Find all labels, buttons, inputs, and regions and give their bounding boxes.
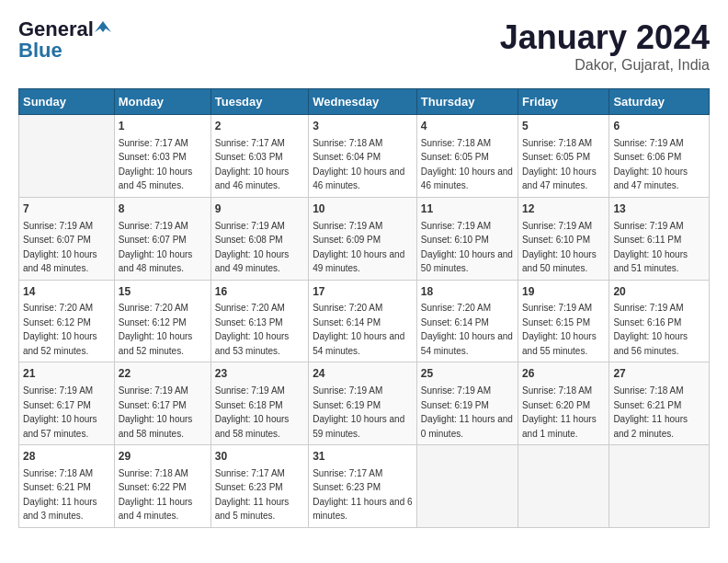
day-detail: Sunrise: 7:17 AMSunset: 6:23 PMDaylight:… — [313, 468, 412, 522]
calendar-cell: 10Sunrise: 7:19 AMSunset: 6:09 PMDayligh… — [309, 197, 417, 280]
day-number: 17 — [313, 284, 413, 300]
day-header-monday: Monday — [114, 89, 210, 115]
day-number: 22 — [119, 366, 207, 382]
day-number: 6 — [613, 119, 705, 134]
day-number: 8 — [119, 201, 207, 217]
day-number: 20 — [613, 284, 705, 300]
day-detail: Sunrise: 7:17 AMSunset: 6:03 PMDaylight:… — [215, 138, 290, 191]
calendar-cell: 14Sunrise: 7:20 AMSunset: 6:12 PMDayligh… — [19, 280, 115, 362]
day-detail: Sunrise: 7:19 AMSunset: 6:17 PMDaylight:… — [23, 385, 97, 439]
day-header-wednesday: Wednesday — [309, 89, 417, 115]
calendar-cell: 12Sunrise: 7:19 AMSunset: 6:10 PMDayligh… — [518, 197, 609, 280]
logo-bird-icon — [95, 19, 111, 36]
calendar-cell: 20Sunrise: 7:19 AMSunset: 6:16 PMDayligh… — [609, 280, 710, 362]
day-header-sunday: Sunday — [19, 89, 115, 115]
calendar-cell: 18Sunrise: 7:20 AMSunset: 6:14 PMDayligh… — [416, 280, 518, 362]
day-detail: Sunrise: 7:19 AMSunset: 6:07 PMDaylight:… — [119, 221, 193, 274]
calendar-cell: 31Sunrise: 7:17 AMSunset: 6:23 PMDayligh… — [309, 445, 417, 528]
day-number: 26 — [522, 366, 605, 382]
calendar-cell: 23Sunrise: 7:19 AMSunset: 6:18 PMDayligh… — [210, 362, 308, 445]
location-subtitle: Dakor, Gujarat, India — [500, 57, 710, 74]
day-detail: Sunrise: 7:19 AMSunset: 6:16 PMDaylight:… — [613, 303, 688, 356]
day-number: 14 — [23, 284, 110, 300]
month-title: January 2024 — [500, 18, 710, 57]
calendar-cell — [518, 445, 609, 528]
calendar-cell — [609, 445, 710, 528]
day-number: 3 — [313, 119, 413, 134]
day-number: 23 — [215, 366, 304, 382]
day-header-saturday: Saturday — [609, 89, 710, 115]
calendar-cell: 19Sunrise: 7:19 AMSunset: 6:15 PMDayligh… — [518, 280, 609, 362]
calendar-cell: 9Sunrise: 7:19 AMSunset: 6:08 PMDaylight… — [210, 197, 308, 280]
calendar-week-row: 21Sunrise: 7:19 AMSunset: 6:17 PMDayligh… — [19, 362, 710, 445]
day-number: 12 — [522, 201, 605, 217]
calendar-table: SundayMondayTuesdayWednesdayThursdayFrid… — [18, 88, 710, 528]
day-detail: Sunrise: 7:18 AMSunset: 6:21 PMDaylight:… — [23, 468, 97, 522]
calendar-cell: 6Sunrise: 7:19 AMSunset: 6:06 PMDaylight… — [609, 115, 710, 198]
calendar-cell: 22Sunrise: 7:19 AMSunset: 6:17 PMDayligh… — [114, 362, 210, 445]
day-number: 10 — [313, 201, 413, 217]
day-detail: Sunrise: 7:19 AMSunset: 6:17 PMDaylight:… — [119, 385, 193, 439]
calendar-cell: 21Sunrise: 7:19 AMSunset: 6:17 PMDayligh… — [19, 362, 115, 445]
day-header-friday: Friday — [518, 89, 609, 115]
day-detail: Sunrise: 7:17 AMSunset: 6:03 PMDaylight:… — [119, 138, 193, 191]
calendar-cell: 11Sunrise: 7:19 AMSunset: 6:10 PMDayligh… — [416, 197, 518, 280]
day-detail: Sunrise: 7:18 AMSunset: 6:22 PMDaylight:… — [119, 468, 193, 522]
day-number: 11 — [421, 201, 514, 217]
day-detail: Sunrise: 7:20 AMSunset: 6:14 PMDaylight:… — [313, 303, 404, 356]
day-detail: Sunrise: 7:19 AMSunset: 6:09 PMDaylight:… — [313, 221, 404, 274]
calendar-cell: 25Sunrise: 7:19 AMSunset: 6:19 PMDayligh… — [416, 362, 518, 445]
calendar-cell: 3Sunrise: 7:18 AMSunset: 6:04 PMDaylight… — [309, 115, 417, 198]
day-detail: Sunrise: 7:19 AMSunset: 6:15 PMDaylight:… — [522, 303, 597, 356]
day-detail: Sunrise: 7:19 AMSunset: 6:11 PMDaylight:… — [613, 221, 688, 274]
day-detail: Sunrise: 7:18 AMSunset: 6:04 PMDaylight:… — [313, 138, 404, 191]
calendar-cell: 2Sunrise: 7:17 AMSunset: 6:03 PMDaylight… — [210, 115, 308, 198]
day-number: 13 — [613, 201, 705, 217]
day-number: 30 — [215, 449, 304, 465]
svg-marker-0 — [95, 21, 111, 32]
calendar-cell: 17Sunrise: 7:20 AMSunset: 6:14 PMDayligh… — [309, 280, 417, 362]
day-number: 25 — [421, 366, 514, 382]
calendar-header-row: SundayMondayTuesdayWednesdayThursdayFrid… — [19, 89, 710, 115]
day-number: 31 — [313, 449, 413, 465]
calendar-cell: 24Sunrise: 7:19 AMSunset: 6:19 PMDayligh… — [309, 362, 417, 445]
calendar-cell: 1Sunrise: 7:17 AMSunset: 6:03 PMDaylight… — [114, 115, 210, 198]
page-header: General Blue January 2024 Dakor, Gujarat… — [18, 18, 710, 74]
calendar-cell: 8Sunrise: 7:19 AMSunset: 6:07 PMDaylight… — [114, 197, 210, 280]
logo: General Blue — [18, 18, 111, 63]
calendar-cell: 4Sunrise: 7:18 AMSunset: 6:05 PMDaylight… — [416, 115, 518, 198]
calendar-cell: 30Sunrise: 7:17 AMSunset: 6:23 PMDayligh… — [210, 445, 308, 528]
calendar-cell: 29Sunrise: 7:18 AMSunset: 6:22 PMDayligh… — [114, 445, 210, 528]
day-number: 5 — [522, 119, 605, 134]
day-number: 19 — [522, 284, 605, 300]
day-detail: Sunrise: 7:19 AMSunset: 6:18 PMDaylight:… — [215, 385, 290, 439]
calendar-cell: 28Sunrise: 7:18 AMSunset: 6:21 PMDayligh… — [19, 445, 115, 528]
calendar-cell: 16Sunrise: 7:20 AMSunset: 6:13 PMDayligh… — [210, 280, 308, 362]
calendar-week-row: 28Sunrise: 7:18 AMSunset: 6:21 PMDayligh… — [19, 445, 710, 528]
day-number: 27 — [613, 366, 705, 382]
day-detail: Sunrise: 7:20 AMSunset: 6:13 PMDaylight:… — [215, 303, 290, 356]
calendar-cell: 5Sunrise: 7:18 AMSunset: 6:05 PMDaylight… — [518, 115, 609, 198]
day-detail: Sunrise: 7:18 AMSunset: 6:05 PMDaylight:… — [421, 138, 513, 191]
calendar-cell: 15Sunrise: 7:20 AMSunset: 6:12 PMDayligh… — [114, 280, 210, 362]
day-number: 29 — [119, 449, 207, 465]
day-detail: Sunrise: 7:19 AMSunset: 6:19 PMDaylight:… — [313, 385, 404, 439]
day-number: 16 — [215, 284, 304, 300]
calendar-cell: 27Sunrise: 7:18 AMSunset: 6:21 PMDayligh… — [609, 362, 710, 445]
day-detail: Sunrise: 7:18 AMSunset: 6:21 PMDaylight:… — [613, 385, 688, 439]
calendar-cell — [19, 115, 115, 198]
day-detail: Sunrise: 7:19 AMSunset: 6:10 PMDaylight:… — [522, 221, 597, 274]
day-detail: Sunrise: 7:19 AMSunset: 6:19 PMDaylight:… — [421, 385, 513, 439]
day-number: 1 — [119, 119, 207, 134]
day-detail: Sunrise: 7:20 AMSunset: 6:12 PMDaylight:… — [23, 303, 97, 356]
day-detail: Sunrise: 7:19 AMSunset: 6:06 PMDaylight:… — [613, 138, 688, 191]
day-detail: Sunrise: 7:18 AMSunset: 6:05 PMDaylight:… — [522, 138, 597, 191]
logo-general: General — [18, 18, 94, 40]
calendar-cell: 13Sunrise: 7:19 AMSunset: 6:11 PMDayligh… — [609, 197, 710, 280]
calendar-cell: 7Sunrise: 7:19 AMSunset: 6:07 PMDaylight… — [19, 197, 115, 280]
day-number: 4 — [421, 119, 514, 134]
day-detail: Sunrise: 7:19 AMSunset: 6:07 PMDaylight:… — [23, 221, 97, 274]
title-area: January 2024 Dakor, Gujarat, India — [500, 18, 710, 74]
day-header-thursday: Thursday — [416, 89, 518, 115]
calendar-week-row: 7Sunrise: 7:19 AMSunset: 6:07 PMDaylight… — [19, 197, 710, 280]
